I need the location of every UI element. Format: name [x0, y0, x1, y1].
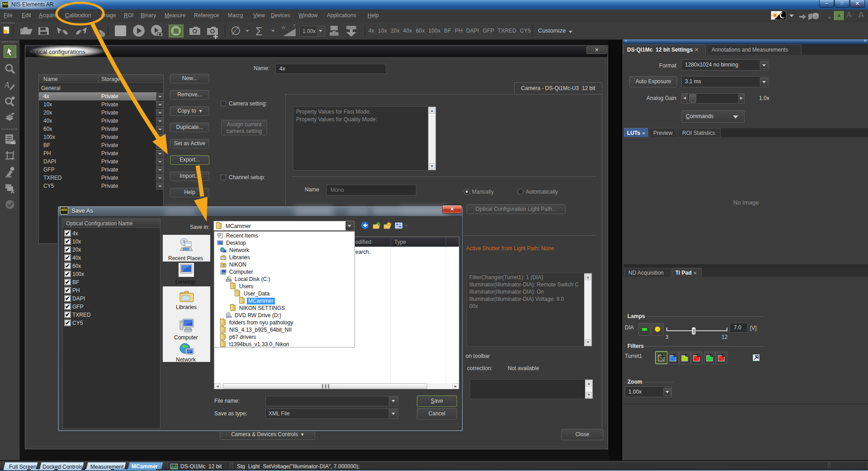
svg-text:ND: ND [10, 141, 16, 145]
svg-text:∅: ∅ [231, 24, 241, 38]
svg-text:Σ: Σ [255, 24, 263, 38]
svg-text:A: A [4, 81, 10, 90]
svg-text:W: W [282, 25, 286, 30]
svg-text:T: T [293, 24, 296, 28]
